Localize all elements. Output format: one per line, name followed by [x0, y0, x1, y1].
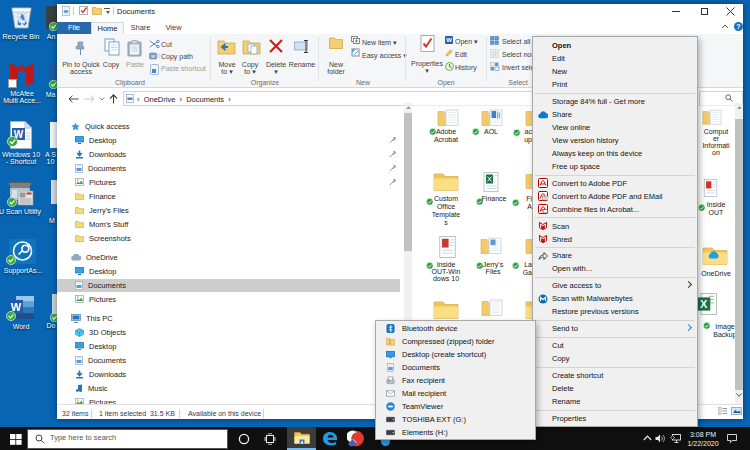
svg-text:w: w	[151, 53, 155, 59]
svg-text:W: W	[446, 37, 452, 43]
